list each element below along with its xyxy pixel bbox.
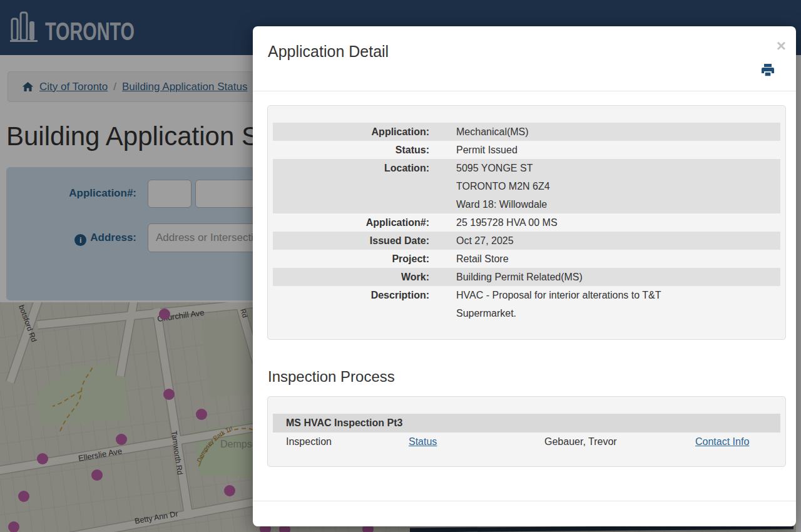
detail-row-project: Project: Retail Store: [273, 250, 780, 268]
application-detail-table: Application: Mechanical(MS) Status: Perm…: [267, 105, 786, 340]
inspection-group-title: MS HVAC Inspection Pt3: [273, 414, 780, 432]
location-line-2: TORONTO M2N 6Z4: [456, 177, 550, 195]
contact-info-link[interactable]: Contact Info: [695, 432, 749, 451]
inspection-type: Inspection: [286, 432, 332, 451]
printer-icon[interactable]: [760, 63, 775, 78]
application-detail-modal: Application Detail × Application: Mechan…: [253, 26, 796, 526]
detail-row-work: Work: Building Permit Related(MS): [273, 268, 780, 286]
modal-header-divider: [253, 91, 796, 91]
detail-row-location: Location: 5095 YONGE ST TORONTO M2N 6Z4 …: [273, 159, 780, 213]
inspection-status-link[interactable]: Status: [409, 432, 437, 451]
inspection-process-heading: Inspection Process: [268, 368, 395, 386]
detail-row-description: Description: HVAC - Proposal for interio…: [273, 286, 780, 322]
location-line-1: 5095 YONGE ST: [456, 159, 550, 177]
modal-title: Application Detail: [268, 43, 389, 61]
detail-row-issued-date: Issued Date: Oct 27, 2025: [273, 232, 780, 250]
inspection-process-table: MS HVAC Inspection Pt3 Inspection Status…: [267, 396, 786, 467]
location-line-3: Ward 18: Willowdale: [456, 195, 550, 213]
inspection-row: Inspection Status Gebauer, Trevor Contac…: [273, 432, 780, 451]
detail-row-application-number: Application#: 25 195728 HVA 00 MS: [273, 213, 780, 232]
inspector-name: Gebauer, Trevor: [544, 432, 617, 451]
detail-row-status: Status: Permit Issued: [273, 141, 780, 159]
modal-footer: [253, 501, 796, 526]
close-icon[interactable]: ×: [777, 38, 786, 54]
screen: TORONTO City of Toronto / Building Appli…: [0, 0, 801, 532]
detail-row-application: Application: Mechanical(MS): [273, 123, 780, 141]
